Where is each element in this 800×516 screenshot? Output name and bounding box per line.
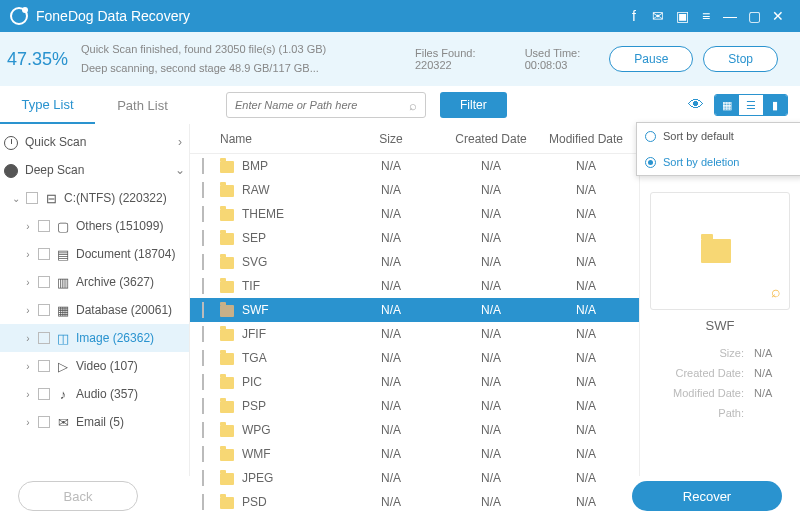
tree-drive[interactable]: ⌄ ⊟ C:(NTFS) (220322) (0, 184, 189, 212)
folder-icon (701, 239, 731, 263)
scan-msg-2: Deep scanning, second stage 48.9 GB/117 … (81, 59, 415, 78)
used-time-label: Used Time: (525, 47, 581, 59)
menu-icon[interactable]: ≡ (694, 4, 718, 28)
checkbox[interactable] (202, 206, 204, 222)
checkbox[interactable] (202, 326, 204, 342)
save-icon[interactable]: ▣ (670, 4, 694, 28)
tree-item-2[interactable]: ›▥Archive (3627) (0, 268, 189, 296)
file-row[interactable]: PICN/AN/AN/A (190, 370, 639, 394)
folder-icon (220, 305, 234, 317)
file-row[interactable]: WMFN/AN/AN/A (190, 442, 639, 466)
checkbox[interactable] (202, 470, 204, 486)
file-row[interactable]: THEMEN/AN/AN/A (190, 202, 639, 226)
preview-panel: Sort by default Sort by deletion ⌕ SWF S… (640, 124, 800, 476)
folder-icon (220, 449, 234, 461)
checkbox[interactable] (202, 182, 204, 198)
checkbox[interactable] (26, 192, 38, 204)
view-detail-icon[interactable]: ▮ (763, 95, 787, 115)
file-row[interactable]: SEPN/AN/AN/A (190, 226, 639, 250)
checkbox[interactable] (38, 416, 50, 428)
checkbox[interactable] (38, 248, 50, 260)
col-created[interactable]: Created Date (446, 132, 536, 146)
minimize-button[interactable]: — (718, 4, 742, 28)
tab-type-list[interactable]: Type List (0, 86, 95, 124)
feedback-icon[interactable]: ✉ (646, 4, 670, 28)
tree-quick-scan[interactable]: Quick Scan› (0, 128, 189, 156)
checkbox[interactable] (202, 422, 204, 438)
category-icon: ▥ (55, 275, 71, 290)
search-input[interactable] (235, 99, 409, 111)
pv-created-value: N/A (754, 367, 790, 379)
checkbox[interactable] (202, 278, 204, 294)
tree-item-4[interactable]: ›◫Image (26362) (0, 324, 189, 352)
file-row[interactable]: SVGN/AN/AN/A (190, 250, 639, 274)
category-icon: ▷ (55, 359, 71, 374)
checkbox[interactable] (38, 388, 50, 400)
tree-item-7[interactable]: ›✉Email (5) (0, 408, 189, 436)
file-row[interactable]: RAWN/AN/AN/A (190, 178, 639, 202)
checkbox[interactable] (38, 360, 50, 372)
sort-default[interactable]: Sort by default (637, 123, 800, 149)
file-row[interactable]: WPGN/AN/AN/A (190, 418, 639, 442)
tree-item-0[interactable]: ›▢Others (151099) (0, 212, 189, 240)
pause-button[interactable]: Pause (609, 46, 693, 72)
checkbox[interactable] (202, 398, 204, 414)
tree-item-6[interactable]: ›♪Audio (357) (0, 380, 189, 408)
file-row[interactable]: JPEGN/AN/AN/A (190, 466, 639, 490)
checkbox[interactable] (202, 230, 204, 246)
maximize-button[interactable]: ▢ (742, 4, 766, 28)
col-modified[interactable]: Modified Date (536, 132, 636, 146)
checkbox[interactable] (202, 350, 204, 366)
pv-modified-value: N/A (754, 387, 790, 399)
file-row[interactable]: JFIFN/AN/AN/A (190, 322, 639, 346)
checkbox[interactable] (202, 158, 204, 174)
col-size[interactable]: Size (336, 132, 446, 146)
checkbox[interactable] (202, 302, 204, 318)
file-row[interactable]: TIFN/AN/AN/A (190, 274, 639, 298)
checkbox[interactable] (202, 374, 204, 390)
search-box[interactable]: ⌕ (226, 92, 426, 118)
sort-deletion[interactable]: Sort by deletion (637, 149, 800, 175)
checkbox[interactable] (202, 254, 204, 270)
filter-button[interactable]: Filter (440, 92, 507, 118)
tree-item-1[interactable]: ›▤Document (18704) (0, 240, 189, 268)
view-grid-icon[interactable]: ▦ (715, 95, 739, 115)
magnify-icon[interactable]: ⌕ (771, 283, 781, 301)
folder-icon (220, 401, 234, 413)
file-row[interactable]: PSDN/AN/AN/A (190, 490, 639, 514)
pv-modified-label: Modified Date: (650, 387, 744, 399)
app-logo-icon (10, 7, 28, 25)
folder-icon (220, 425, 234, 437)
file-row[interactable]: TGAN/AN/AN/A (190, 346, 639, 370)
stop-button[interactable]: Stop (703, 46, 778, 72)
file-list-header: Name Size Created Date Modified Date (190, 124, 639, 154)
checkbox[interactable] (202, 446, 204, 462)
clock-icon (4, 136, 18, 150)
file-row[interactable]: SWFN/AN/AN/A (190, 298, 639, 322)
close-button[interactable]: ✕ (766, 4, 790, 28)
checkbox[interactable] (38, 276, 50, 288)
col-name[interactable]: Name (216, 132, 336, 146)
search-icon[interactable]: ⌕ (409, 98, 417, 113)
recover-button[interactable]: Recover (632, 481, 782, 511)
folder-icon (220, 257, 234, 269)
file-row[interactable]: PSPN/AN/AN/A (190, 394, 639, 418)
tree-item-5[interactable]: ›▷Video (107) (0, 352, 189, 380)
checkbox[interactable] (38, 304, 50, 316)
folder-icon (220, 353, 234, 365)
facebook-icon[interactable]: f (622, 4, 646, 28)
sort-popup: Sort by default Sort by deletion (636, 122, 800, 176)
view-list-icon[interactable]: ☰ (739, 95, 763, 115)
tree-item-3[interactable]: ›▦Database (20061) (0, 296, 189, 324)
folder-icon (220, 473, 234, 485)
preview-toggle-icon[interactable]: 👁 (688, 96, 704, 114)
folder-icon (220, 329, 234, 341)
back-button[interactable]: Back (18, 481, 138, 511)
tab-path-list[interactable]: Path List (95, 86, 190, 124)
checkbox[interactable] (38, 220, 50, 232)
file-row[interactable]: BMPN/AN/AN/A (190, 154, 639, 178)
checkbox[interactable] (38, 332, 50, 344)
checkbox[interactable] (202, 494, 204, 510)
toolbar: Type List Path List ⌕ Filter 👁 ▦ ☰ ▮ (0, 86, 800, 124)
tree-deep-scan[interactable]: Deep Scan⌄ (0, 156, 189, 184)
